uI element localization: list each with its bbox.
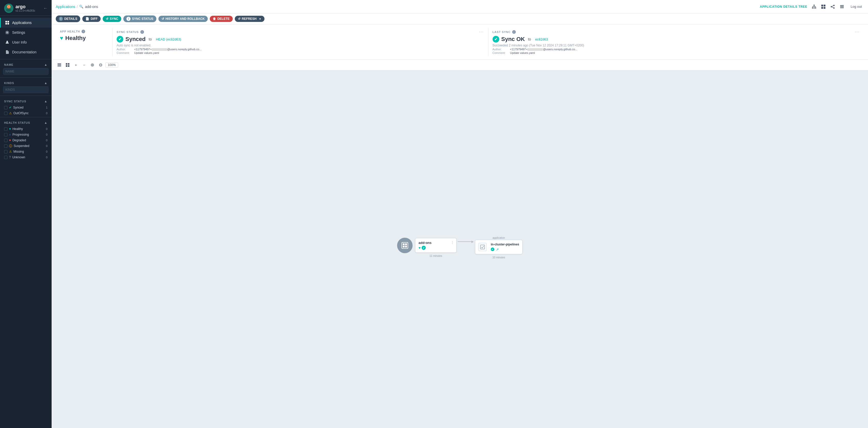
filter-row-unknown[interactable]: ? Unknown 0 <box>3 155 49 160</box>
last-sync-author-row: Author: <117979497+@users.noreply.github… <box>493 48 860 51</box>
add-ons-status-icons: ♥ ✔ <box>418 246 453 250</box>
sync-status-text: Synced <box>125 36 146 42</box>
main-content: Applications / 🔍 add-ons APPLICATION DET… <box>52 0 868 428</box>
source-node-group <box>397 238 412 253</box>
add-ons-node[interactable]: ⋮ add-ons ♥ ✔ <box>415 238 457 253</box>
network-view-icon[interactable] <box>829 3 836 10</box>
filter-row-outofync[interactable]: ⚠ OutOfSync 0 <box>3 110 49 116</box>
svg-rect-50 <box>405 246 407 248</box>
add-ons-more-icon[interactable]: ⋮ <box>451 240 454 244</box>
sidebar-item-documentation[interactable]: Documentation <box>0 47 52 57</box>
gear-icon <box>5 30 9 35</box>
dest-app-node: application in-cluster-pipelines ✔ ↗ <box>475 236 523 254</box>
sync-button[interactable]: ↺ SYNC <box>103 16 121 22</box>
filter-row-healthy[interactable]: ♥ Healthy 0 <box>3 126 49 132</box>
synced-checkbox[interactable] <box>4 106 7 109</box>
sync-status-info-icon[interactable]: i <box>141 30 144 34</box>
settings-label: Settings <box>12 30 25 35</box>
sync-comment-value: Update values.yaml <box>134 51 159 55</box>
source-time-label: 11 minutes <box>430 255 442 257</box>
app-detail-tree-link[interactable]: APPLICATION DETAILS TREE <box>760 5 807 8</box>
svg-rect-33 <box>840 7 844 8</box>
sync-to-label: to <box>149 37 152 41</box>
oos-count: 0 <box>45 112 48 115</box>
dest-more-icon[interactable]: ⋮ <box>517 242 520 246</box>
kinds-filter-header[interactable]: KINDS ▲ <box>3 80 49 86</box>
topbar-right: APPLICATION DETAILS TREE <box>760 3 864 10</box>
svg-rect-31 <box>840 5 844 6</box>
list-layout-button[interactable] <box>56 61 63 69</box>
sync-status-header: SYNC STATUS i ··· <box>117 30 484 34</box>
sidebar-item-user-info[interactable]: User Info <box>0 37 52 47</box>
details-button[interactable]: i DETAILS <box>56 15 80 22</box>
hierarchy-view-icon[interactable] <box>810 3 818 10</box>
svg-rect-48 <box>405 243 407 245</box>
svg-rect-10 <box>5 23 7 25</box>
refresh-dropdown-arrow: ▼ <box>259 18 261 20</box>
last-sync-info-icon[interactable]: i <box>512 30 516 34</box>
name-chevron-icon: ▲ <box>44 63 48 67</box>
documentation-label: Documentation <box>12 50 36 54</box>
sync-status-button[interactable]: i SYNC STATUS <box>123 15 156 22</box>
filter-row-missing[interactable]: ⚠ Missing 0 <box>3 149 49 155</box>
breadcrumb-home-link[interactable]: Applications <box>56 5 75 9</box>
delete-button[interactable]: 🗑 DELETE <box>210 16 232 22</box>
canvas-toolbar: + − 100% <box>52 60 868 70</box>
sync-status-more-icon[interactable]: ··· <box>479 30 484 34</box>
refresh-button[interactable]: ↺ REFRESH ▼ <box>235 16 265 22</box>
sync-head-link[interactable]: HEAD (ec82d63) <box>156 37 181 41</box>
kinds-filter-input[interactable] <box>3 86 49 93</box>
suspended-checkbox[interactable] <box>4 144 7 148</box>
healthy-checkbox[interactable] <box>4 127 7 131</box>
missing-count: 0 <box>45 150 48 153</box>
filter-row-suspended[interactable]: i Suspended 0 <box>3 143 49 149</box>
sidebar-item-applications[interactable]: Applications <box>0 18 52 28</box>
missing-checkbox[interactable] <box>4 150 7 154</box>
sync-label: SYNC <box>110 17 118 21</box>
zoom-fit-button[interactable] <box>89 61 96 69</box>
name-filter-input[interactable] <box>3 68 49 75</box>
last-sync-commit-link[interactable]: ec82d63 <box>535 37 548 41</box>
doc-icon <box>5 50 9 55</box>
degraded-checkbox[interactable] <box>4 139 7 142</box>
sync-check-icon: ✔ <box>117 36 123 42</box>
sidebar-item-settings[interactable]: Settings <box>0 28 52 37</box>
grid-view-icon[interactable] <box>820 3 827 10</box>
sync-status-filter-header[interactable]: SYNC STATUS ▲ <box>3 98 49 105</box>
filter-row-synced[interactable]: ✔ Synced 1 <box>3 105 49 110</box>
zoom-in-button[interactable]: + <box>72 61 80 69</box>
svg-rect-8 <box>5 21 7 23</box>
svg-rect-14 <box>812 7 813 8</box>
healthy-heart-icon: ♥ <box>9 127 11 131</box>
box-layout-button[interactable] <box>64 61 71 69</box>
unknown-checkbox[interactable] <box>4 156 7 159</box>
last-sync-more-icon[interactable]: ··· <box>855 30 860 34</box>
breadcrumb-separator: / <box>77 5 78 9</box>
main-nav: Applications Settings User Info <box>0 16 52 59</box>
list-view-icon[interactable] <box>838 3 845 10</box>
auto-sync-note: Auto sync is not enabled. <box>117 43 484 47</box>
in-cluster-pipelines-node[interactable]: in-cluster-pipelines ✔ ↗ ⋮ <box>475 240 523 254</box>
zoom-out-button[interactable]: − <box>81 61 88 69</box>
degraded-icon: ♥ <box>9 138 11 142</box>
zoom-level: 100% <box>105 62 118 68</box>
filter-row-progressing[interactable]: ○ Progressing 0 <box>3 132 49 137</box>
progressing-checkbox[interactable] <box>4 133 7 136</box>
oos-checkbox[interactable] <box>4 112 7 115</box>
canvas-area[interactable]: ⋮ add-ons ♥ ✔ 11 minutes ▶ applicati <box>52 70 868 428</box>
sync-chevron-icon: ▲ <box>44 100 48 103</box>
name-filter-header[interactable]: NAME ▲ <box>3 61 49 68</box>
logout-button[interactable]: Log out <box>849 4 864 9</box>
app-health-header: APP HEALTH i <box>60 30 108 33</box>
delete-label: DELETE <box>217 17 229 21</box>
filter-row-degraded[interactable]: ♥ Degraded 0 <box>3 137 49 143</box>
flow-diagram: ⋮ add-ons ♥ ✔ 11 minutes ▶ applicati <box>397 236 523 262</box>
dest-external-link-icon[interactable]: ↗ <box>495 247 500 252</box>
back-button[interactable]: ← <box>43 6 48 10</box>
history-button[interactable]: ↺ HISTORY AND ROLLBACK <box>158 16 208 22</box>
sync-status-filter-section: SYNC STATUS ▲ ✔ Synced 1 ⚠ OutOfSync 0 <box>0 96 52 117</box>
diff-button[interactable]: 📄 DIFF <box>82 16 101 22</box>
zoom-reset-button[interactable] <box>97 61 104 69</box>
app-health-info-icon[interactable]: i <box>82 30 85 33</box>
health-filter-header[interactable]: HEALTH STATUS ▲ <box>3 120 49 126</box>
